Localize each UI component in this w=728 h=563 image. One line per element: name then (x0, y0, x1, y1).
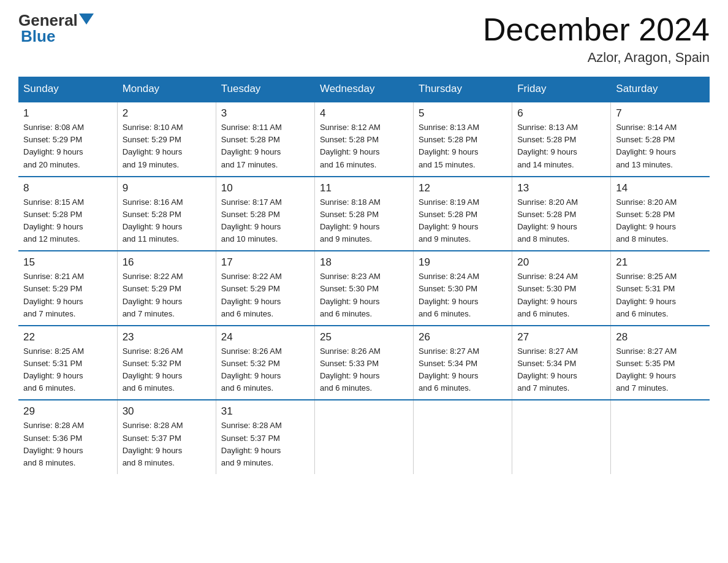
calendar-cell: 9Sunrise: 8:16 AMSunset: 5:28 PMDaylight… (117, 177, 216, 251)
day-info: Sunrise: 8:18 AMSunset: 5:28 PMDaylight:… (320, 196, 408, 246)
weekday-header-friday: Friday (512, 77, 611, 102)
day-number: 9 (123, 182, 211, 194)
day-number: 15 (23, 256, 112, 269)
calendar-cell: 20Sunrise: 8:24 AMSunset: 5:30 PMDayligh… (512, 251, 611, 326)
day-number: 28 (616, 331, 705, 343)
day-info: Sunrise: 8:14 AMSunset: 5:28 PMDaylight:… (616, 121, 705, 171)
month-title: December 2024 (483, 12, 710, 47)
day-info: Sunrise: 8:22 AMSunset: 5:29 PMDaylight:… (221, 270, 309, 320)
calendar-cell (414, 400, 512, 474)
day-info: Sunrise: 8:25 AMSunset: 5:31 PMDaylight:… (23, 345, 112, 395)
day-number: 19 (419, 256, 507, 269)
day-info: Sunrise: 8:22 AMSunset: 5:29 PMDaylight:… (123, 270, 211, 320)
day-info: Sunrise: 8:27 AMSunset: 5:34 PMDaylight:… (517, 345, 605, 395)
calendar-cell: 24Sunrise: 8:26 AMSunset: 5:32 PMDayligh… (216, 326, 314, 400)
calendar-header: SundayMondayTuesdayWednesdayThursdayFrid… (18, 77, 710, 102)
weekday-header-thursday: Thursday (414, 77, 512, 102)
calendar-cell (512, 400, 611, 474)
calendar-cell: 26Sunrise: 8:27 AMSunset: 5:34 PMDayligh… (414, 326, 512, 400)
calendar-cell: 18Sunrise: 8:23 AMSunset: 5:30 PMDayligh… (314, 251, 413, 326)
calendar-cell: 14Sunrise: 8:20 AMSunset: 5:28 PMDayligh… (611, 177, 710, 251)
day-info: Sunrise: 8:27 AMSunset: 5:34 PMDaylight:… (419, 345, 507, 395)
calendar-cell: 23Sunrise: 8:26 AMSunset: 5:32 PMDayligh… (117, 326, 216, 400)
day-number: 3 (221, 107, 309, 120)
day-info: Sunrise: 8:26 AMSunset: 5:33 PMDaylight:… (320, 345, 408, 395)
title-area: December 2024 Azlor, Aragon, Spain (483, 12, 710, 66)
page-header: General Blue December 2024 Azlor, Aragon… (18, 12, 710, 66)
calendar-cell: 6Sunrise: 8:13 AMSunset: 5:28 PMDaylight… (512, 102, 611, 177)
day-info: Sunrise: 8:13 AMSunset: 5:28 PMDaylight:… (517, 121, 605, 171)
day-number: 11 (320, 182, 408, 194)
day-info: Sunrise: 8:27 AMSunset: 5:35 PMDaylight:… (616, 345, 705, 395)
day-info: Sunrise: 8:24 AMSunset: 5:30 PMDaylight:… (517, 270, 605, 320)
day-info: Sunrise: 8:23 AMSunset: 5:30 PMDaylight:… (320, 270, 408, 320)
day-info: Sunrise: 8:19 AMSunset: 5:28 PMDaylight:… (419, 196, 507, 246)
day-number: 26 (419, 331, 507, 343)
calendar-cell: 16Sunrise: 8:22 AMSunset: 5:29 PMDayligh… (117, 251, 216, 326)
calendar-cell: 21Sunrise: 8:25 AMSunset: 5:31 PMDayligh… (611, 251, 710, 326)
calendar-cell: 12Sunrise: 8:19 AMSunset: 5:28 PMDayligh… (414, 177, 512, 251)
weekday-header-tuesday: Tuesday (216, 77, 314, 102)
day-info: Sunrise: 8:28 AMSunset: 5:37 PMDaylight:… (221, 419, 309, 469)
day-number: 29 (23, 405, 112, 418)
day-info: Sunrise: 8:11 AMSunset: 5:28 PMDaylight:… (221, 121, 309, 171)
day-number: 16 (123, 256, 211, 269)
calendar-cell: 28Sunrise: 8:27 AMSunset: 5:35 PMDayligh… (611, 326, 710, 400)
day-info: Sunrise: 8:21 AMSunset: 5:29 PMDaylight:… (23, 270, 112, 320)
calendar-cell: 7Sunrise: 8:14 AMSunset: 5:28 PMDaylight… (611, 102, 710, 177)
calendar-cell: 19Sunrise: 8:24 AMSunset: 5:30 PMDayligh… (414, 251, 512, 326)
calendar-cell: 15Sunrise: 8:21 AMSunset: 5:29 PMDayligh… (18, 251, 117, 326)
day-number: 6 (517, 107, 605, 120)
day-number: 13 (517, 182, 605, 194)
weekday-header-monday: Monday (117, 77, 216, 102)
calendar-cell: 1Sunrise: 8:08 AMSunset: 5:29 PMDaylight… (18, 102, 117, 177)
calendar-cell: 8Sunrise: 8:15 AMSunset: 5:28 PMDaylight… (18, 177, 117, 251)
calendar-cell: 22Sunrise: 8:25 AMSunset: 5:31 PMDayligh… (18, 326, 117, 400)
location-title: Azlor, Aragon, Spain (483, 50, 710, 66)
day-info: Sunrise: 8:16 AMSunset: 5:28 PMDaylight:… (123, 196, 211, 246)
calendar-week-row: 8Sunrise: 8:15 AMSunset: 5:28 PMDaylight… (18, 177, 710, 251)
calendar-cell: 4Sunrise: 8:12 AMSunset: 5:28 PMDaylight… (314, 102, 413, 177)
calendar-cell: 10Sunrise: 8:17 AMSunset: 5:28 PMDayligh… (216, 177, 314, 251)
day-number: 1 (23, 107, 112, 120)
weekday-header-wednesday: Wednesday (314, 77, 413, 102)
calendar-cell: 13Sunrise: 8:20 AMSunset: 5:28 PMDayligh… (512, 177, 611, 251)
calendar-cell: 31Sunrise: 8:28 AMSunset: 5:37 PMDayligh… (216, 400, 314, 474)
day-info: Sunrise: 8:17 AMSunset: 5:28 PMDaylight:… (221, 196, 309, 246)
calendar-cell: 2Sunrise: 8:10 AMSunset: 5:29 PMDaylight… (117, 102, 216, 177)
calendar-week-row: 22Sunrise: 8:25 AMSunset: 5:31 PMDayligh… (18, 326, 710, 400)
day-number: 2 (123, 107, 211, 120)
calendar-cell: 27Sunrise: 8:27 AMSunset: 5:34 PMDayligh… (512, 326, 611, 400)
day-info: Sunrise: 8:26 AMSunset: 5:32 PMDaylight:… (123, 345, 211, 395)
calendar-cell (611, 400, 710, 474)
calendar-body: 1Sunrise: 8:08 AMSunset: 5:29 PMDaylight… (18, 102, 710, 474)
day-number: 21 (616, 256, 705, 269)
day-number: 8 (23, 182, 112, 194)
logo: General Blue (18, 12, 95, 46)
day-number: 4 (320, 107, 408, 120)
calendar-cell (314, 400, 413, 474)
calendar-cell: 5Sunrise: 8:13 AMSunset: 5:28 PMDaylight… (414, 102, 512, 177)
calendar-cell: 11Sunrise: 8:18 AMSunset: 5:28 PMDayligh… (314, 177, 413, 251)
calendar-cell: 17Sunrise: 8:22 AMSunset: 5:29 PMDayligh… (216, 251, 314, 326)
day-number: 23 (123, 331, 211, 343)
day-number: 7 (616, 107, 705, 120)
weekday-header-row: SundayMondayTuesdayWednesdayThursdayFrid… (18, 77, 710, 102)
calendar-week-row: 29Sunrise: 8:28 AMSunset: 5:36 PMDayligh… (18, 400, 710, 474)
day-number: 24 (221, 331, 309, 343)
day-info: Sunrise: 8:20 AMSunset: 5:28 PMDaylight:… (616, 196, 705, 246)
day-info: Sunrise: 8:15 AMSunset: 5:28 PMDaylight:… (23, 196, 112, 246)
calendar-cell: 25Sunrise: 8:26 AMSunset: 5:33 PMDayligh… (314, 326, 413, 400)
weekday-header-saturday: Saturday (611, 77, 710, 102)
day-number: 17 (221, 256, 309, 269)
day-info: Sunrise: 8:13 AMSunset: 5:28 PMDaylight:… (419, 121, 507, 171)
calendar-week-row: 15Sunrise: 8:21 AMSunset: 5:29 PMDayligh… (18, 251, 710, 326)
day-info: Sunrise: 8:20 AMSunset: 5:28 PMDaylight:… (517, 196, 605, 246)
day-number: 27 (517, 331, 605, 343)
calendar-cell: 30Sunrise: 8:28 AMSunset: 5:37 PMDayligh… (117, 400, 216, 474)
day-number: 18 (320, 256, 408, 269)
day-info: Sunrise: 8:28 AMSunset: 5:37 PMDaylight:… (123, 419, 211, 469)
calendar-table: SundayMondayTuesdayWednesdayThursdayFrid… (18, 77, 710, 474)
day-number: 5 (419, 107, 507, 120)
day-info: Sunrise: 8:26 AMSunset: 5:32 PMDaylight:… (221, 345, 309, 395)
